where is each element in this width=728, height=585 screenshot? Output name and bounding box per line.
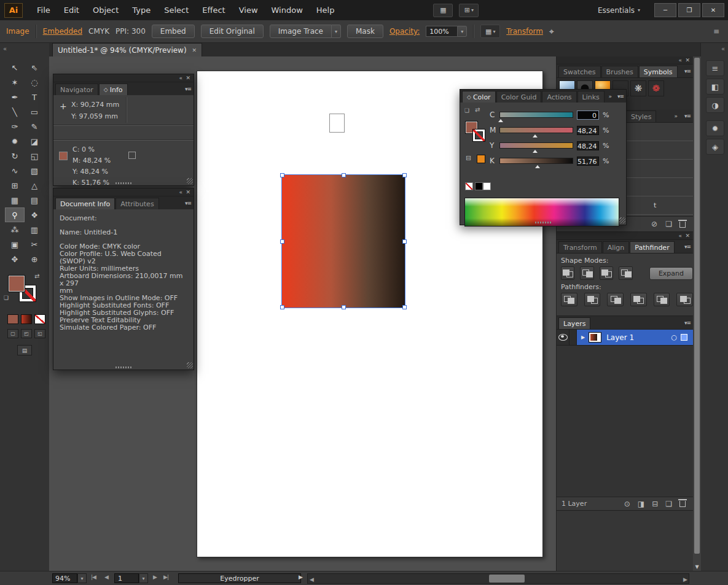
merge-button[interactable] bbox=[607, 293, 624, 306]
panel-menu-icon[interactable]: ▾≡ bbox=[617, 93, 624, 99]
panel-drag-bar[interactable]: « ✕ bbox=[557, 232, 693, 240]
tab-symbols[interactable]: Symbols bbox=[639, 66, 678, 77]
zoom-tool[interactable]: ⊕ bbox=[25, 252, 44, 266]
lock-cell[interactable] bbox=[569, 330, 577, 345]
tab-navigator[interactable]: Navigator bbox=[55, 83, 98, 95]
red-flower-symbol[interactable]: ❁ bbox=[648, 80, 664, 96]
crop-button[interactable] bbox=[630, 293, 647, 306]
column-graph-tool[interactable]: ▥ bbox=[25, 222, 44, 237]
expand-panel-icon[interactable]: » bbox=[608, 93, 611, 99]
magenta-value-field[interactable]: 48,24 bbox=[577, 126, 599, 135]
visibility-cell[interactable] bbox=[557, 330, 569, 345]
tab-color[interactable]: ◇Color bbox=[462, 91, 496, 103]
layer-selection-chip[interactable] bbox=[681, 334, 687, 341]
collapsed-panel-gradient-sphere-icon[interactable]: ◑ bbox=[706, 97, 724, 113]
gray-flower-symbol[interactable]: ❋ bbox=[630, 80, 646, 96]
type-tool[interactable]: T bbox=[25, 90, 44, 104]
selection-handle[interactable] bbox=[402, 239, 407, 244]
scroll-right-arrow[interactable]: ▶ bbox=[683, 576, 687, 583]
status-options-arrow[interactable]: ▶ bbox=[299, 574, 302, 580]
illustrator-logo[interactable]: Ai bbox=[4, 3, 23, 18]
panel-drag-bar[interactable]: « ✕ bbox=[53, 188, 194, 196]
artboard-number-field[interactable]: 1 bbox=[114, 573, 139, 583]
yellow-slider[interactable] bbox=[499, 142, 573, 149]
horizontal-scrollbar-thumb[interactable] bbox=[489, 575, 525, 583]
rectangle-tool[interactable]: ▭ bbox=[25, 104, 44, 119]
tab-color-guide[interactable]: Color Guid bbox=[496, 91, 542, 103]
menu-view[interactable]: View bbox=[232, 0, 265, 20]
slider-marker[interactable] bbox=[498, 117, 503, 122]
gradient-rectangle-artwork[interactable] bbox=[281, 174, 405, 308]
layer-row[interactable]: ▶ Layer 1 ○ bbox=[557, 330, 693, 346]
menu-select[interactable]: Select bbox=[157, 0, 195, 20]
gradient-button[interactable] bbox=[21, 314, 32, 324]
new-sublayer-icon[interactable]: ⊟ bbox=[652, 500, 658, 508]
selection-tool[interactable]: ↖ bbox=[5, 60, 25, 75]
expand-panel-icon[interactable]: » bbox=[674, 113, 677, 119]
panel-menu-icon[interactable]: ▾≡ bbox=[185, 86, 191, 92]
panel-drag-bar[interactable]: « ✕ bbox=[53, 74, 194, 82]
tab-close-icon[interactable]: ✕ bbox=[192, 47, 197, 53]
trim-button[interactable] bbox=[584, 293, 601, 306]
fill-color-swatch[interactable] bbox=[8, 275, 25, 292]
panel-resize-dots[interactable] bbox=[115, 366, 131, 368]
outline-button[interactable] bbox=[654, 293, 670, 306]
mesh-tool[interactable]: ▦ bbox=[5, 193, 25, 207]
panel-menu-icon[interactable]: ▾≡ bbox=[684, 113, 691, 119]
width-tool[interactable]: ∿ bbox=[5, 163, 25, 178]
minus-back-button[interactable] bbox=[676, 293, 693, 306]
tab-layers[interactable]: Layers bbox=[558, 317, 590, 329]
panel-drag-bar[interactable]: « ✕ bbox=[557, 56, 693, 64]
layer-thumbnail[interactable] bbox=[589, 332, 601, 343]
horizontal-scrollbar[interactable]: ◀ ▶ bbox=[307, 573, 689, 584]
gamut-color-chip[interactable] bbox=[477, 155, 485, 163]
black-value-field[interactable]: 51,76 bbox=[577, 157, 599, 166]
stroke-color-swatch[interactable] bbox=[472, 129, 485, 142]
panel-resize-grip[interactable] bbox=[187, 178, 193, 184]
collapsed-panel-menu-icon[interactable]: ≡ bbox=[706, 60, 724, 76]
mask-button[interactable]: Mask bbox=[347, 25, 383, 38]
collapse-icon[interactable]: « bbox=[179, 189, 182, 195]
collapsed-panel-swatch-icon[interactable]: ◧ bbox=[706, 79, 724, 95]
exclude-button[interactable] bbox=[619, 266, 632, 280]
hand-tool[interactable]: ✥ bbox=[5, 252, 25, 266]
rotate-tool[interactable]: ↻ bbox=[5, 149, 25, 163]
swap-fill-stroke-icon[interactable]: ⇄ bbox=[475, 106, 480, 113]
screen-mode-button[interactable]: ▤ bbox=[17, 345, 32, 355]
draw-behind-button[interactable]: ◰ bbox=[21, 329, 32, 338]
tab-transform[interactable]: Transform bbox=[558, 241, 602, 253]
panel-resize-dots[interactable] bbox=[115, 182, 131, 184]
tab-info[interactable]: ◇Info bbox=[99, 83, 128, 95]
make-clip-mask-icon[interactable]: ◨ bbox=[638, 500, 644, 508]
tab-attributes[interactable]: Attributes bbox=[115, 198, 159, 209]
unite-button[interactable] bbox=[561, 266, 574, 280]
shape-builder-tool[interactable]: ⊞ bbox=[5, 178, 25, 193]
opacity-value-field[interactable]: 100% bbox=[426, 26, 458, 37]
menu-edit[interactable]: Edit bbox=[57, 0, 86, 20]
tab-swatches[interactable]: Swatches bbox=[558, 66, 601, 77]
black-swatch[interactable] bbox=[475, 182, 483, 190]
selection-handle[interactable] bbox=[342, 305, 346, 309]
new-style-icon[interactable]: ❏ bbox=[665, 220, 672, 228]
image-trace-button[interactable]: Image Trace bbox=[270, 25, 332, 38]
artboard-tool[interactable]: ▣ bbox=[5, 237, 25, 252]
draw-normal-button[interactable]: ▢ bbox=[7, 329, 18, 338]
locate-object-icon[interactable]: ⊙ bbox=[624, 500, 630, 508]
gradient-tool[interactable]: ▤ bbox=[25, 193, 44, 207]
blob-brush-tool[interactable]: ✹ bbox=[5, 134, 25, 149]
opacity-dropdown[interactable]: ▾ bbox=[458, 26, 467, 37]
black-slider[interactable] bbox=[499, 158, 573, 164]
vertical-scrollbar-thumb[interactable] bbox=[694, 58, 700, 554]
selection-handle[interactable] bbox=[402, 305, 407, 309]
vertical-scrollbar[interactable]: ▼ bbox=[692, 56, 701, 571]
panel-resize-grip[interactable] bbox=[619, 217, 625, 223]
first-artboard-button[interactable]: |◀ bbox=[91, 574, 96, 580]
collapsed-panel-3d-cube-icon[interactable]: ◈ bbox=[706, 139, 724, 155]
color-button[interactable] bbox=[7, 314, 18, 324]
menu-file[interactable]: File bbox=[30, 0, 57, 20]
tab-pathfinder[interactable]: Pathfinder bbox=[630, 241, 674, 253]
document-tab[interactable]: Untitled-1* @ 94% (CMYK/Preview) ✕ bbox=[52, 43, 202, 56]
default-colors-icon[interactable]: ❏ bbox=[464, 107, 469, 114]
intersect-button[interactable] bbox=[600, 266, 613, 280]
white-swatch[interactable] bbox=[483, 182, 491, 190]
